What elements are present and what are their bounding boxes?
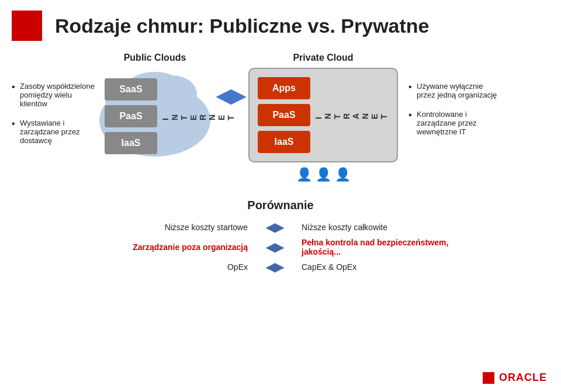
oracle-brand: ORACLE bbox=[483, 372, 547, 384]
header: Rodzaje chmur: Publiczne vs. Prywatne bbox=[0, 0, 561, 47]
public-service-stack: SaaS PaaS IaaS bbox=[105, 78, 157, 154]
comparison-row-3: OpEx ◀▶ CapEx & OpEx bbox=[94, 260, 468, 274]
comp-right-3: CapEx & OpEx bbox=[292, 262, 468, 272]
comp-left-2: Zarządzanie poza organizacją bbox=[94, 242, 257, 252]
person-icon-1: 👤 bbox=[296, 167, 312, 182]
comp-left-1: Niższe koszty startowe bbox=[94, 223, 257, 232]
person-icon-2: 👤 bbox=[316, 167, 331, 182]
private-cloud-label: Private Cloud bbox=[293, 53, 353, 63]
internet-label: INTERNET bbox=[161, 81, 236, 151]
public-cloud-wrapper: Public Clouds SaaS PaaS IaaS INTERNET bbox=[96, 53, 213, 160]
oracle-red-icon bbox=[483, 372, 494, 384]
oracle-text: ORACLE bbox=[499, 372, 547, 384]
private-service-stack: Apps PaaS IaaS bbox=[258, 77, 310, 153]
comparison-row-1: Niższe koszty startowe ◀▶ Niższe koszty … bbox=[94, 220, 468, 234]
left-bullets: Zasoby współdzielone pomiędzy wielu klie… bbox=[12, 53, 96, 155]
page-title: Rodzaje chmur: Publiczne vs. Prywatne bbox=[55, 15, 430, 37]
paas-box: PaaS bbox=[105, 105, 157, 127]
comp-arrow-3: ◀▶ bbox=[257, 260, 292, 274]
comparison-row-2: Zarządzanie poza organizacją ◀▶ Pełna ko… bbox=[94, 238, 468, 256]
iaas-box: IaaS bbox=[105, 132, 157, 154]
right-bullets: Używane wyłącznie przez jedną organizacj… bbox=[398, 53, 500, 147]
iaas-private-box: IaaS bbox=[258, 131, 310, 153]
diagram-area: Zasoby współdzielone pomiędzy wielu klie… bbox=[0, 47, 561, 182]
comparison-table: Niższe koszty startowe ◀▶ Niższe koszty … bbox=[35, 220, 526, 274]
paas-private-box: PaaS bbox=[258, 104, 310, 126]
saas-box: SaaS bbox=[105, 78, 157, 100]
comp-right-1: Niższe koszty całkowite bbox=[292, 223, 468, 232]
right-bullet-2: Kontrolowane i zarządzane przez wewnętrz… bbox=[408, 110, 500, 136]
right-bullet-1: Używane wyłącznie przez jedną organizacj… bbox=[408, 82, 500, 99]
left-bullet-2: Wystawiane i zarządzane przez dostawcę bbox=[12, 119, 96, 145]
comp-arrow-2: ◀▶ bbox=[257, 240, 292, 254]
intranet-label: INTRANET bbox=[314, 83, 389, 147]
comparison-section: Porównanie Niższe koszty startowe ◀▶ Niż… bbox=[0, 199, 561, 274]
comp-arrow-1: ◀▶ bbox=[257, 220, 292, 234]
comparison-title: Porównanie bbox=[35, 199, 526, 212]
left-bullet-1: Zasoby współdzielone pomiędzy wielu klie… bbox=[12, 82, 96, 108]
apps-box: Apps bbox=[258, 77, 310, 99]
public-cloud-label: Public Clouds bbox=[124, 53, 186, 63]
comp-right-2: Pełna kontrola nad bezpieczeństwem, jako… bbox=[292, 238, 468, 256]
private-cloud-wrapper: Private Cloud Apps PaaS IaaS INTRANET 👤 … bbox=[248, 53, 398, 182]
private-cloud-box: Apps PaaS IaaS INTRANET bbox=[248, 68, 398, 162]
oracle-logo-header bbox=[12, 11, 42, 41]
person-icon-3: 👤 bbox=[335, 167, 351, 182]
comp-left-3: OpEx bbox=[94, 262, 257, 272]
people-icons: 👤 👤 👤 bbox=[296, 167, 351, 182]
